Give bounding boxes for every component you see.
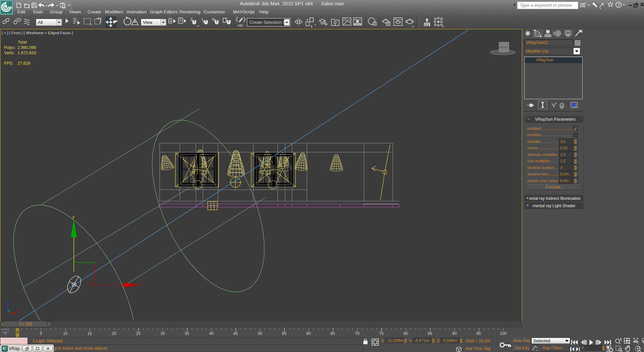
svg-text:z: z (6, 299, 8, 303)
svg-text:Total: Total (18, 40, 26, 45)
svg-text:y: y (72, 215, 74, 219)
svg-text:View: View (143, 20, 153, 25)
svg-text:2.980.099: 2.980.099 (17, 45, 36, 50)
svg-text:Type a keyword or phrase: Type a keyword or phrase (520, 3, 572, 8)
svg-text:ABC: ABC (237, 24, 243, 27)
svg-text:Verts:: Verts: (4, 51, 15, 55)
svg-text:2: 2 (191, 17, 193, 21)
svg-text:1.672.633: 1.672.633 (17, 51, 36, 55)
svg-text:Polys:: Polys: (4, 45, 15, 50)
svg-text:y: y (8, 309, 10, 313)
svg-text:x: x (15, 308, 17, 312)
svg-text:FPS:: FPS: (4, 61, 13, 66)
svg-text:?: ? (618, 3, 620, 7)
svg-text:27,629: 27,629 (17, 61, 30, 66)
svg-text:FRONT: FRONT (499, 46, 508, 49)
svg-text:All: All (38, 20, 43, 25)
svg-text:Create Selection Se: Create Selection Se (249, 20, 288, 25)
svg-text:x: x (141, 281, 143, 285)
